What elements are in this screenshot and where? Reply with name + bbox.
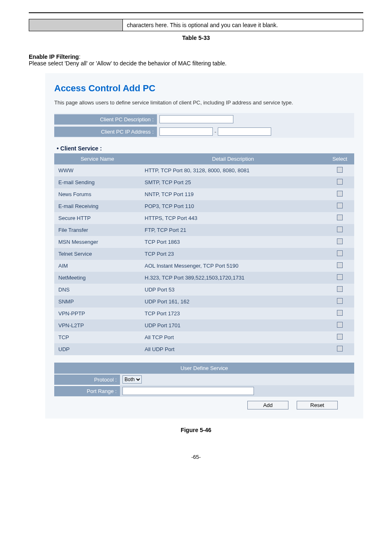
service-detail: TCP Port 1723 [141, 308, 325, 319]
service-detail: AOL Instant Messenger, TCP Port 5190 [141, 260, 325, 272]
ip-filtering-heading: Enable IP Filtering [29, 53, 79, 60]
table-row: E-mail SendingSMTP, TCP Port 25 [54, 176, 354, 188]
service-checkbox[interactable] [337, 262, 343, 268]
service-detail: All TCP Port [141, 331, 325, 343]
service-name: WWW [54, 164, 141, 176]
service-name: File Transfer [54, 224, 141, 236]
service-detail: H.323, TCP Port 389,522,1503,1720,1731 [141, 272, 325, 284]
client-ip-end-input[interactable] [218, 127, 271, 136]
table-row: VPN-PPTPTCP Port 1723 [54, 308, 354, 319]
service-checkbox[interactable] [337, 334, 343, 340]
ip-range-dash: - [214, 129, 216, 135]
panel-title: Access Control Add PC [54, 83, 354, 94]
service-checkbox[interactable] [337, 191, 343, 197]
table-row: MSN MessengerTCP Port 1863 [54, 236, 354, 248]
service-name-header: Service Name [54, 153, 141, 164]
table-row: WWWHTTP, TCP Port 80, 3128, 8000, 8080, … [54, 164, 354, 176]
service-name: Telnet Service [54, 248, 141, 260]
client-service-heading: Client Service : [60, 145, 102, 152]
table-row: Secure HTTPHTTPS, TCP Port 443 [54, 212, 354, 224]
service-checkbox[interactable] [337, 238, 343, 244]
previous-table-text: characters here. This is optional and yo… [122, 19, 363, 31]
access-control-panel: Access Control Add PC This page allows u… [45, 73, 363, 419]
service-checkbox[interactable] [337, 322, 343, 328]
service-name: MSN Messenger [54, 236, 141, 248]
table-row: UDPAll UDP Port [54, 343, 354, 355]
table-row: VPN-L2TPUDP Port 1701 [54, 319, 354, 331]
user-define-title: User Define Service [54, 363, 354, 374]
service-detail: HTTPS, TCP Port 443 [141, 212, 325, 224]
page-number: -65- [29, 454, 363, 460]
service-name: News Forums [54, 188, 141, 200]
service-checkbox[interactable] [337, 179, 343, 185]
service-name: E-mail Receiving [54, 200, 141, 212]
table-row: TCPAll TCP Port [54, 331, 354, 343]
service-checkbox[interactable] [337, 250, 343, 256]
service-detail: NNTP, TCP Port 119 [141, 188, 325, 200]
reset-button[interactable]: Reset [297, 401, 338, 409]
service-detail: All UDP Port [141, 343, 325, 355]
service-name: NetMeeting [54, 272, 141, 284]
add-button[interactable]: Add [247, 401, 288, 409]
service-name: DNS [54, 284, 141, 296]
previous-table-row: characters here. This is optional and yo… [29, 19, 363, 31]
table-row: News ForumsNNTP, TCP Port 119 [54, 188, 354, 200]
service-name: AIM [54, 260, 141, 272]
service-checkbox[interactable] [337, 346, 343, 352]
client-desc-input[interactable] [159, 115, 233, 123]
service-name: SNMP [54, 296, 141, 308]
table-row: File TransferFTP, TCP Port 21 [54, 224, 354, 236]
service-checkbox[interactable] [337, 298, 343, 304]
service-checkbox[interactable] [337, 310, 343, 316]
service-checkbox[interactable] [337, 274, 343, 280]
service-detail: UDP Port 161, 162 [141, 296, 325, 308]
service-checkbox[interactable] [337, 167, 343, 173]
service-table: Service Name Detail Description Select W… [54, 153, 354, 355]
table-row: Telnet ServiceTCP Port 23 [54, 248, 354, 260]
table-label: Table 5-33 [29, 35, 363, 41]
select-header: Select [325, 153, 354, 164]
table-row: E-mail ReceivingPOP3, TCP Port 110 [54, 200, 354, 212]
detail-header: Detail Description [141, 153, 325, 164]
port-range-input[interactable] [122, 387, 254, 395]
port-range-label: Port Range : [54, 386, 120, 396]
service-detail: TCP Port 1863 [141, 236, 325, 248]
service-detail: UDP Port 53 [141, 284, 325, 296]
client-ip-start-input[interactable] [159, 127, 213, 136]
table-row: AIMAOL Instant Messenger, TCP Port 5190 [54, 260, 354, 272]
table-row: SNMPUDP Port 161, 162 [54, 296, 354, 308]
figure-label: Figure 5-46 [29, 427, 363, 433]
service-name: TCP [54, 331, 141, 343]
service-checkbox[interactable] [337, 203, 343, 208]
service-checkbox[interactable] [337, 227, 343, 232]
service-detail: POP3, TCP Port 110 [141, 200, 325, 212]
service-detail: SMTP, TCP Port 25 [141, 176, 325, 188]
service-name: VPN-L2TP [54, 319, 141, 331]
service-name: E-mail Sending [54, 176, 141, 188]
service-detail: FTP, TCP Port 21 [141, 224, 325, 236]
service-checkbox[interactable] [337, 286, 343, 292]
service-name: Secure HTTP [54, 212, 141, 224]
service-name: UDP [54, 343, 141, 355]
service-detail: UDP Port 1701 [141, 319, 325, 331]
table-row: NetMeetingH.323, TCP Port 389,522,1503,1… [54, 272, 354, 284]
service-checkbox[interactable] [337, 215, 343, 220]
panel-desc: This page allows users to define service… [54, 99, 354, 106]
client-ip-label: Client PC IP Address : [54, 127, 157, 137]
protocol-label: Protocol : [54, 375, 120, 385]
service-detail: TCP Port 23 [141, 248, 325, 260]
service-name: VPN-PPTP [54, 308, 141, 319]
ip-filtering-text: Please select 'Deny all' or 'Allow' to d… [29, 60, 363, 67]
service-detail: HTTP, TCP Port 80, 3128, 8000, 8080, 808… [141, 164, 325, 176]
protocol-select[interactable]: Both [122, 375, 142, 384]
table-row: DNSUDP Port 53 [54, 284, 354, 296]
client-desc-label: Client PC Description : [54, 114, 157, 125]
